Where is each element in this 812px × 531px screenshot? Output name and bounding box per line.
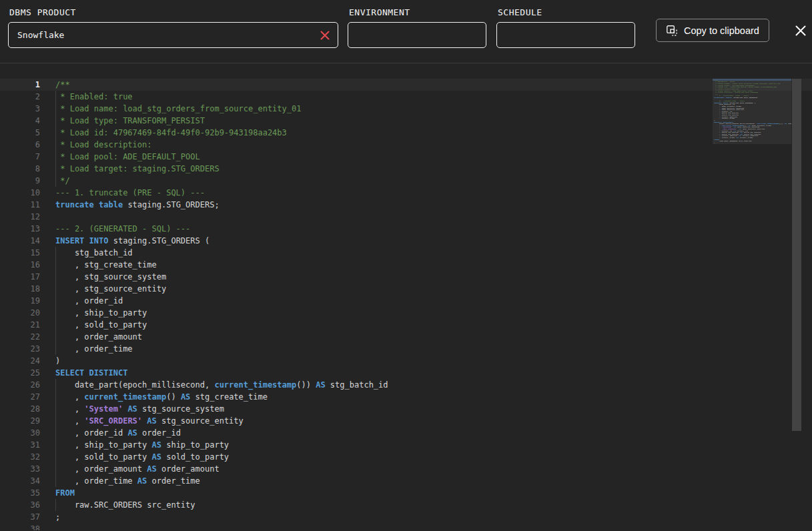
indent-guide	[55, 163, 56, 175]
code-line: 36 raw.SRC_ORDERS src_entity	[0, 499, 812, 511]
line-number: 28	[0, 403, 40, 415]
line-content: , stg_source_entity	[55, 283, 166, 295]
code-line: 25SELECT DISTINCT	[0, 367, 812, 379]
indent-guide	[55, 319, 56, 331]
line-number: 36	[0, 499, 40, 511]
line-content: */	[55, 175, 70, 187]
line-content: --- 1. truncate (PRE - SQL) ---	[55, 187, 205, 199]
line-content: , stg_source_system	[55, 271, 166, 283]
code-line: 34 , order_time AS order_time	[0, 475, 812, 487]
minimap[interactable]: /** * Enabled: true * Load name: load_st…	[713, 79, 791, 165]
indent-guide	[55, 403, 56, 415]
code-line: 5 * Load id: 47967469-84fd-49f0-92b9-943…	[0, 127, 812, 139]
line-number: 4	[0, 115, 40, 127]
line-content: )	[55, 355, 60, 367]
line-number: 2	[0, 91, 40, 103]
code-line: 19 , order_id	[0, 295, 812, 307]
copy-to-clipboard-button[interactable]: Copy to clipboard	[656, 19, 769, 42]
clear-input-icon[interactable]	[319, 29, 331, 41]
indent-guide	[55, 127, 56, 139]
environment-label: ENVIRONMENT	[349, 7, 486, 17]
schedule-input-wrap	[496, 22, 635, 48]
line-content: * Load target: staging.STG_ORDERS	[55, 163, 220, 175]
dbms-product-input[interactable]	[8, 22, 338, 48]
code-line: 23 , order_time	[0, 343, 812, 355]
scrollbar-thumb[interactable]	[792, 79, 801, 431]
line-content: , order_amount	[55, 331, 142, 343]
line-number: 22	[0, 331, 40, 343]
indent-guide	[55, 247, 56, 259]
schedule-input[interactable]	[496, 22, 635, 48]
indent-guide	[55, 439, 56, 451]
close-icon[interactable]	[792, 22, 809, 39]
code-line: 31 , ship_to_party AS ship_to_party	[0, 439, 812, 451]
line-number: 25	[0, 367, 40, 379]
indent-guide	[55, 463, 56, 475]
field-dbms-product: DBMS PRODUCT	[8, 0, 338, 17]
code-line: 2 * Enabled: true	[0, 91, 812, 103]
indent-guide	[55, 151, 56, 163]
line-number: 23	[0, 343, 40, 355]
line-content: SELECT DISTINCT	[55, 367, 127, 379]
code-line: 15 stg_batch_id	[0, 247, 812, 259]
line-content: date_part(epoch_millisecond, current_tim…	[55, 379, 388, 391]
line-number: 30	[0, 427, 40, 439]
line-content: --- 2. (GENERATED - SQL) ---	[55, 223, 190, 235]
line-number: 21	[0, 319, 40, 331]
code-line: 24)	[0, 355, 812, 367]
minimap-content: /** * Enabled: true * Load name: load_st…	[714, 79, 791, 145]
indent-guide	[55, 475, 56, 487]
line-number: 16	[0, 259, 40, 271]
line-number: 10	[0, 187, 40, 199]
field-environment: ENVIRONMENT	[348, 0, 486, 17]
code-line: 1/**	[0, 79, 812, 91]
line-content: , order_id	[55, 295, 123, 307]
indent-guide	[55, 91, 56, 103]
line-content: , 'SRC_ORDERS' AS stg_source_entity	[55, 415, 244, 427]
code-line: 38	[0, 523, 812, 530]
code-line: 29 , 'SRC_ORDERS' AS stg_source_entity	[0, 415, 812, 427]
line-content: , order_id AS order_id	[55, 427, 181, 439]
line-content: * Load description:	[55, 139, 152, 151]
line-content: , 'System' AS stg_source_system	[55, 403, 224, 415]
sql-code-editor[interactable]: 1/**2 * Enabled: true3 * Load name: load…	[0, 63, 812, 530]
code-line: 33 , order_amount AS order_amount	[0, 463, 812, 475]
schedule-label: SCHEDULE	[498, 7, 635, 17]
code-line: 30 , order_id AS order_id	[0, 427, 812, 439]
line-number: 20	[0, 307, 40, 319]
indent-guide	[55, 451, 56, 463]
indent-guide	[55, 103, 56, 115]
line-number: 33	[0, 463, 40, 475]
indent-guide	[55, 139, 56, 151]
dbms-product-input-wrap	[8, 22, 338, 48]
line-number: 29	[0, 415, 40, 427]
code-line: 9 */	[0, 175, 812, 187]
indent-guide	[55, 283, 56, 295]
x-clear-icon	[320, 30, 330, 41]
line-number: 8	[0, 163, 40, 175]
vertical-scrollbar[interactable]	[792, 63, 801, 530]
indent-guide	[55, 295, 56, 307]
code-line: 32 , sold_to_party AS sold_to_party	[0, 451, 812, 463]
code-line: 11truncate table staging.STG_ORDERS;	[0, 199, 812, 211]
code-area: 1/**2 * Enabled: true3 * Load name: load…	[0, 79, 812, 530]
code-line: 16 , stg_create_time	[0, 259, 812, 271]
line-content: , ship_to_party AS ship_to_party	[55, 439, 229, 451]
header-bar: DBMS PRODUCT ENVIRONMENT SCHEDULE Copy t…	[0, 0, 812, 63]
code-line: 4 * Load type: TRANSFORM_PERSIST	[0, 115, 812, 127]
line-number: 12	[0, 211, 40, 223]
indent-guide	[55, 175, 56, 187]
indent-guide	[55, 115, 56, 127]
environment-input[interactable]	[348, 22, 486, 48]
code-line: 18 , stg_source_entity	[0, 283, 812, 295]
indent-guide	[55, 307, 56, 319]
line-number: 35	[0, 487, 40, 499]
code-line: 6 * Load description:	[0, 139, 812, 151]
line-content: , order_time	[55, 343, 133, 355]
line-number: 5	[0, 127, 40, 139]
sql-preview-dialog: { "header": { "fields": [ { "label": "DB…	[0, 0, 812, 531]
line-content: , ship_to_party	[55, 307, 147, 319]
line-content: * Load type: TRANSFORM_PERSIST	[55, 115, 205, 127]
code-line: 22 , order_amount	[0, 331, 812, 343]
line-content: /**	[55, 79, 70, 91]
